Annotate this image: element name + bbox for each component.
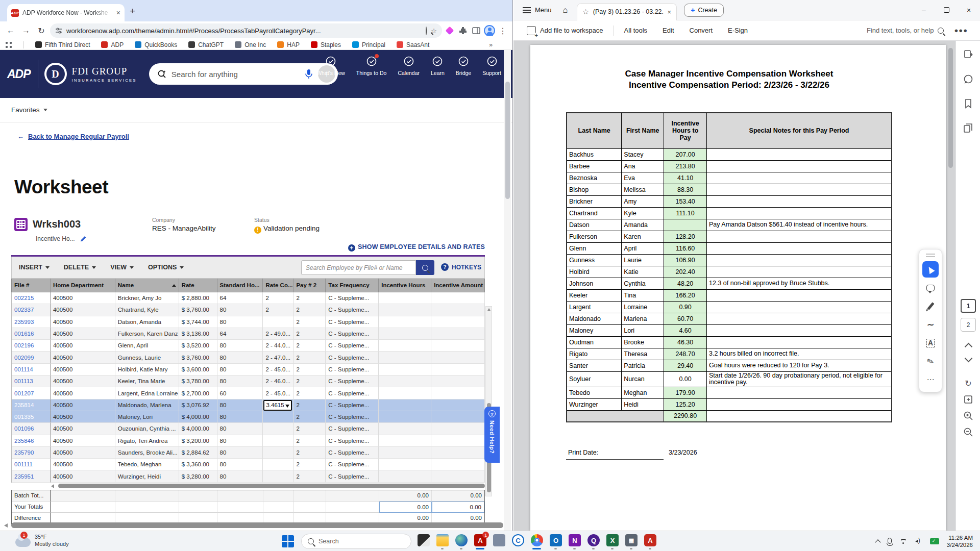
incentive-hours-cell[interactable]	[379, 459, 431, 470]
employee-row[interactable]: 001113 400500 Keeler, Tina Marie $ 3,780…	[12, 375, 485, 387]
tab-close-icon[interactable]: ×	[668, 8, 672, 16]
file-number-link[interactable]: 235951	[12, 470, 51, 482]
employee-row[interactable]: 002099 400500 Gunness, Laurie $ 3,760.00…	[12, 352, 485, 363]
employee-search-button[interactable]	[416, 260, 434, 275]
file-number-link[interactable]: 001096	[12, 423, 51, 435]
comment-tool[interactable]	[922, 280, 939, 296]
volume-icon[interactable]	[915, 538, 922, 544]
employee-row[interactable]: 235993 400500 Datson, Amanda $ 3,744.00 …	[12, 316, 485, 328]
bookmarks-icon[interactable]	[963, 98, 974, 109]
battery-icon[interactable]	[930, 538, 939, 544]
bookmark-item[interactable]: Fifth Third Direct	[35, 41, 90, 48]
edge-icon[interactable]	[455, 534, 468, 546]
search-page-icon[interactable]	[426, 27, 427, 35]
mic-tray-icon[interactable]	[888, 539, 892, 544]
file-number-link[interactable]: 001113	[12, 375, 51, 387]
adp-search-bar[interactable]: Search for anything ↑	[149, 63, 338, 85]
incentive-hours-cell[interactable]	[379, 423, 431, 435]
onenote-icon[interactable]: N	[569, 534, 581, 546]
browser-horizontal-scrollbar[interactable]	[4, 522, 503, 529]
hotkeys-button[interactable]: ? HOTKEYS	[441, 263, 481, 271]
home-icon[interactable]: ⌂	[563, 6, 568, 15]
column-header[interactable]: Rate	[179, 279, 217, 292]
back-icon[interactable]: ←	[4, 24, 17, 37]
incentive-hours-cell[interactable]	[379, 352, 431, 363]
incentive-hours-cell[interactable]	[379, 292, 431, 304]
clock[interactable]: 11:26 AM 3/24/2026	[947, 534, 973, 549]
employee-row[interactable]: 001111 400500 Tebedo, Meghan $ 3,360.00 …	[12, 459, 485, 470]
tab-close-icon[interactable]: ×	[116, 9, 120, 17]
incentive-amount-cell[interactable]	[431, 352, 485, 363]
incentive-hours-cell[interactable]	[379, 411, 431, 423]
file-number-link[interactable]: 001111	[12, 459, 51, 470]
incentive-hours-cell[interactable]	[379, 375, 431, 387]
sticky-notes-icon[interactable]	[418, 534, 430, 546]
employee-row[interactable]: 235951 400500 Wurzinger, Heidi $ 3,280.0…	[12, 470, 485, 482]
incentive-amount-cell[interactable]	[431, 411, 485, 423]
incentive-hours-cell[interactable]	[379, 447, 431, 459]
incentive-hours-cell[interactable]	[379, 328, 431, 340]
employee-row[interactable]: 235846 400500 Rigato, Teri Andrea $ 3,20…	[12, 435, 485, 447]
create-button[interactable]: + Create	[684, 4, 724, 17]
column-header[interactable]: Home Department	[51, 279, 115, 292]
bookmark-item[interactable]: ChatGPT	[188, 41, 224, 48]
star-icon[interactable]: ☆	[582, 8, 589, 16]
fit-page-icon[interactable]	[963, 394, 974, 405]
toolbar-menu-item[interactable]: Edit	[663, 27, 674, 34]
employee-row[interactable]: 002337 400500 Chartrand, Kyle $ 3,760.00…	[12, 304, 485, 316]
browser-vertical-scrollbar[interactable]	[504, 50, 511, 531]
profile-avatar[interactable]	[484, 25, 495, 36]
employee-row[interactable]: 002196 400500 Glenn, April $ 3,520.00 80…	[12, 340, 485, 352]
adobe-reader-icon[interactable]: A	[644, 534, 656, 546]
bookmark-item[interactable]: SaasAnt	[397, 41, 429, 48]
total-amount-value[interactable]: 0.00	[432, 502, 484, 513]
incentive-amount-cell[interactable]	[431, 435, 485, 447]
column-header[interactable]: Incentive Hours	[379, 279, 431, 292]
pages-icon[interactable]	[963, 122, 974, 134]
concur-icon[interactable]: C	[512, 534, 524, 546]
toolbar-menu-button[interactable]: INSERT	[19, 264, 50, 271]
employee-row[interactable]: 001207 400500 Largent, Edna Lorraine $ 2…	[12, 387, 485, 399]
total-amount-value[interactable]: 0.00	[432, 490, 484, 502]
bookmark-item[interactable]: HAP	[277, 41, 300, 48]
employee-row[interactable]: 002215 400500 Brickner, Amy Jo $ 2,880.0…	[12, 292, 485, 304]
hidden-icons-chevron[interactable]	[876, 538, 880, 544]
incentive-hours-cell[interactable]	[379, 470, 431, 482]
browser-tab[interactable]: ADP ADP Workforce Now - Workshe ×	[7, 4, 125, 21]
minimize-button[interactable]: –	[913, 1, 935, 20]
bookmark-item[interactable]: ADP	[101, 41, 124, 48]
page-thumb-1[interactable]: 1	[961, 299, 976, 313]
file-number-link[interactable]: 001335	[12, 411, 51, 423]
calendar-icon[interactable]: Calendar	[398, 55, 420, 76]
incentive-amount-cell[interactable]	[431, 470, 485, 482]
bookmarks-overflow-icon[interactable]: »	[489, 41, 493, 48]
incentive-amount-cell[interactable]	[431, 387, 485, 399]
incentive-amount-cell[interactable]	[431, 459, 485, 470]
incentive-hours-cell[interactable]	[379, 364, 431, 375]
chrome-icon[interactable]	[531, 534, 543, 546]
file-number-link[interactable]: 235790	[12, 447, 51, 459]
weather-widget[interactable]: 1 35°F Mostly cloudy	[15, 533, 69, 547]
file-explorer-icon[interactable]	[436, 534, 449, 546]
wifi-icon[interactable]	[899, 539, 908, 544]
rate-code-dropdown[interactable]: 3.4615	[263, 400, 292, 411]
comments-icon[interactable]	[963, 73, 974, 85]
column-header[interactable]: Name	[115, 279, 179, 292]
file-number-link[interactable]: 002337	[12, 304, 51, 316]
bridge-icon[interactable]: Bridge	[456, 55, 471, 76]
remote-desktop-icon[interactable]	[493, 534, 505, 546]
file-number-link[interactable]: 001207	[12, 387, 51, 399]
incentive-hours-cell[interactable]	[379, 316, 431, 328]
incentive-amount-cell[interactable]	[431, 328, 485, 340]
file-number-link[interactable]: 235846	[12, 435, 51, 447]
start-button[interactable]	[282, 535, 294, 547]
page-thumb-2[interactable]: 2	[961, 318, 976, 332]
column-header[interactable]: Pay # 2	[293, 279, 326, 292]
column-header[interactable]: File #	[12, 279, 51, 292]
file-number-link[interactable]: 002196	[12, 340, 51, 352]
file-number-link[interactable]: 001616	[12, 328, 51, 340]
zoom-in-icon[interactable]	[963, 410, 974, 421]
file-number-link[interactable]: 002215	[12, 292, 51, 304]
close-button[interactable]: ×	[958, 1, 980, 20]
quickbooks-icon[interactable]: Q	[587, 534, 600, 546]
